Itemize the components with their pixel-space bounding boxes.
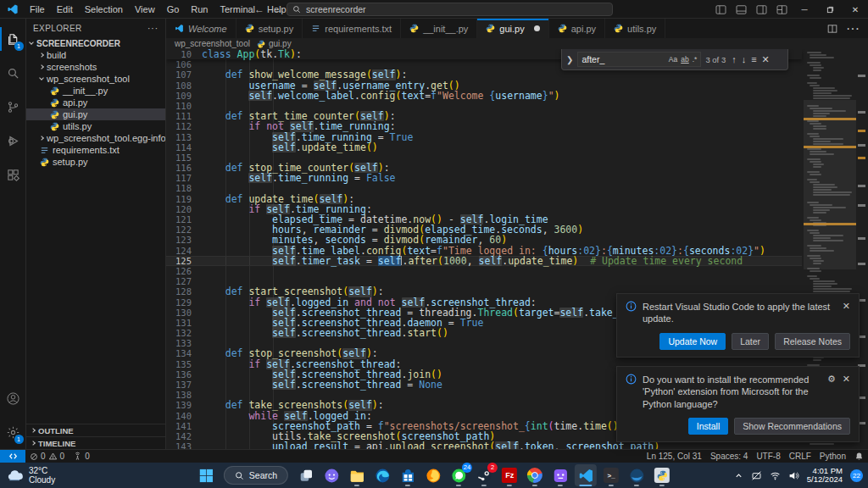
find-expand-chevron-icon[interactable]: ❯ bbox=[566, 55, 573, 64]
code-line-114[interactable]: 114 self.update_time() bbox=[166, 142, 802, 152]
code-line-108[interactable]: 108 username = self.username_entry.get() bbox=[166, 80, 802, 91]
tree-item-utils-py[interactable]: utils.py bbox=[26, 120, 165, 132]
find-close-icon[interactable]: ✕ bbox=[762, 54, 770, 65]
nav-back-icon[interactable]: ← bbox=[254, 3, 264, 15]
start-icon[interactable] bbox=[195, 464, 217, 486]
status-encoding[interactable]: UTF-8 bbox=[752, 450, 784, 463]
split-editor-icon[interactable] bbox=[827, 24, 837, 34]
media-app-icon[interactable] bbox=[549, 464, 571, 486]
tree-item-wp-screenshot-tool[interactable]: wp_screenshot_tool bbox=[26, 73, 165, 85]
ports-status[interactable]: 0 bbox=[69, 450, 94, 463]
notification-close-icon[interactable]: ✕ bbox=[843, 374, 850, 385]
tree-item-screenshots[interactable]: screenshots bbox=[26, 61, 165, 73]
regex-icon[interactable]: .* bbox=[693, 55, 698, 64]
code-line-124[interactable]: 124 self.time_label.config(text=f"Time l… bbox=[166, 246, 802, 256]
tree-item--init-py[interactable]: __init__.py bbox=[26, 85, 165, 97]
terminal-icon[interactable]: >_ bbox=[600, 464, 622, 486]
toggle-secondary-sidebar-icon[interactable] bbox=[751, 0, 771, 19]
code-line-126[interactable]: 126 bbox=[166, 266, 802, 276]
tab-api-py[interactable]: api.py bbox=[549, 19, 605, 38]
update-now-button[interactable]: Update Now bbox=[659, 333, 726, 350]
tab-gui-py[interactable]: gui.py bbox=[477, 19, 548, 38]
breadcrumb[interactable]: wp_screenshot_tool gui.py bbox=[166, 38, 868, 49]
run-debug-icon[interactable] bbox=[0, 124, 26, 158]
volume-icon[interactable] bbox=[788, 470, 799, 481]
minimize-button[interactable]: ─ bbox=[792, 0, 817, 19]
tree-item-build[interactable]: build bbox=[26, 49, 165, 61]
notification-count-badge[interactable]: 22 bbox=[850, 469, 863, 482]
weather-widget[interactable]: 32°C Cloudy bbox=[7, 466, 55, 485]
find-in-selection-icon[interactable]: ≡ bbox=[751, 54, 756, 65]
steam-icon[interactable]: 2 bbox=[473, 464, 495, 486]
menu-view[interactable]: View bbox=[129, 4, 161, 14]
chrome-icon[interactable] bbox=[524, 464, 546, 486]
notification-gear-icon[interactable]: ⚙ bbox=[827, 374, 836, 385]
tab-utils-py[interactable]: utils.py bbox=[605, 19, 665, 38]
code-line-117[interactable]: 117 self.time_running = False bbox=[166, 173, 802, 183]
menu-selection[interactable]: Selection bbox=[79, 4, 129, 14]
command-center-search[interactable]: screenrecorder bbox=[287, 3, 613, 16]
whatsapp-icon[interactable]: 24 bbox=[448, 464, 470, 486]
status-language[interactable]: Python bbox=[815, 450, 850, 463]
customize-layout-icon[interactable] bbox=[771, 0, 792, 19]
menu-file[interactable]: File bbox=[24, 4, 51, 14]
modified-dot-icon[interactable] bbox=[534, 25, 540, 31]
code-line-107[interactable]: 107 def show_welcome_message(self): bbox=[166, 69, 802, 80]
cast-disabled-icon[interactable] bbox=[751, 470, 762, 481]
show-recommendations-button[interactable]: Show Recommendations bbox=[734, 418, 850, 435]
status-eol[interactable]: CRLF bbox=[785, 450, 815, 463]
task-view-icon[interactable] bbox=[295, 464, 317, 486]
taskbar-search[interactable]: Search bbox=[224, 466, 288, 485]
settings-gear-icon[interactable]: 1 bbox=[0, 415, 26, 449]
notification-close-icon[interactable]: ✕ bbox=[843, 301, 850, 312]
menu-go[interactable]: Go bbox=[161, 4, 186, 14]
breadcrumb-file[interactable]: gui.py bbox=[269, 39, 292, 48]
code-line-112[interactable]: 112 if not self.time_running: bbox=[166, 121, 802, 131]
breadcrumb-folder[interactable]: wp_screenshot_tool bbox=[175, 39, 250, 48]
nav-forward-icon[interactable]: → bbox=[273, 3, 283, 15]
search-view-icon[interactable] bbox=[0, 56, 26, 90]
python-app-icon[interactable] bbox=[651, 464, 673, 486]
filezilla-icon[interactable]: Fz bbox=[498, 464, 520, 486]
close-window-button[interactable]: ✕ bbox=[843, 0, 868, 19]
section-outline[interactable]: OUTLINE bbox=[26, 424, 165, 436]
tree-item-screenrecorder[interactable]: SCREENRECORDER bbox=[26, 37, 165, 49]
dark-app-icon[interactable] bbox=[626, 464, 648, 486]
file-explorer-icon[interactable] bbox=[346, 464, 368, 486]
tab-welcome[interactable]: Welcome bbox=[166, 19, 236, 38]
status-cursor-position[interactable]: Ln 125, Col 31 bbox=[643, 450, 706, 463]
install-button[interactable]: Install bbox=[688, 418, 728, 435]
menu-edit[interactable]: Edit bbox=[51, 4, 79, 14]
editor-more-actions-icon[interactable]: ··· bbox=[846, 21, 860, 36]
later-button[interactable]: Later bbox=[732, 333, 769, 350]
release-notes-button[interactable]: Release Notes bbox=[775, 333, 850, 350]
source-control-icon[interactable] bbox=[0, 90, 26, 124]
code-line-119[interactable]: 119 def update_time(self): bbox=[166, 194, 802, 204]
wifi-icon[interactable] bbox=[770, 470, 781, 481]
toggle-sidebar-icon[interactable] bbox=[710, 0, 731, 19]
find-input[interactable]: after_ Aa ab .* bbox=[577, 52, 701, 67]
whole-word-icon[interactable]: ab bbox=[681, 55, 688, 64]
extensions-icon[interactable] bbox=[0, 158, 26, 191]
tab-requirements-txt[interactable]: requirements.txt bbox=[303, 19, 401, 38]
tab-setup-py[interactable]: setup.py bbox=[236, 19, 303, 38]
problems-status[interactable]: 0 0 bbox=[25, 450, 69, 463]
remote-window-button[interactable] bbox=[0, 450, 25, 463]
find-next-icon[interactable]: ↓ bbox=[742, 54, 747, 65]
firefox-icon[interactable] bbox=[422, 464, 444, 486]
tab--init-py[interactable]: __init__.py bbox=[401, 19, 477, 38]
code-line-113[interactable]: 113 self.time_running = True bbox=[166, 132, 802, 142]
code-line-125[interactable]: 125 self.timer_task = self.after(1000, s… bbox=[166, 256, 802, 266]
menu-run[interactable]: Run bbox=[185, 4, 214, 14]
section-timeline[interactable]: TIMELINE bbox=[26, 436, 165, 449]
toggle-panel-icon[interactable] bbox=[731, 0, 751, 19]
tree-item-api-py[interactable]: api.py bbox=[26, 97, 165, 108]
notifications-bell-icon[interactable] bbox=[850, 450, 868, 463]
tree-item-requirements-txt[interactable]: requirements.txt bbox=[26, 144, 165, 156]
store-icon[interactable] bbox=[397, 464, 419, 486]
chat-app-icon[interactable] bbox=[320, 464, 342, 486]
maximize-button[interactable] bbox=[817, 0, 843, 19]
clock[interactable]: 4:01 PM 5/12/2024 bbox=[807, 467, 843, 485]
vscode-icon[interactable] bbox=[575, 464, 597, 486]
account-icon[interactable] bbox=[0, 381, 26, 415]
